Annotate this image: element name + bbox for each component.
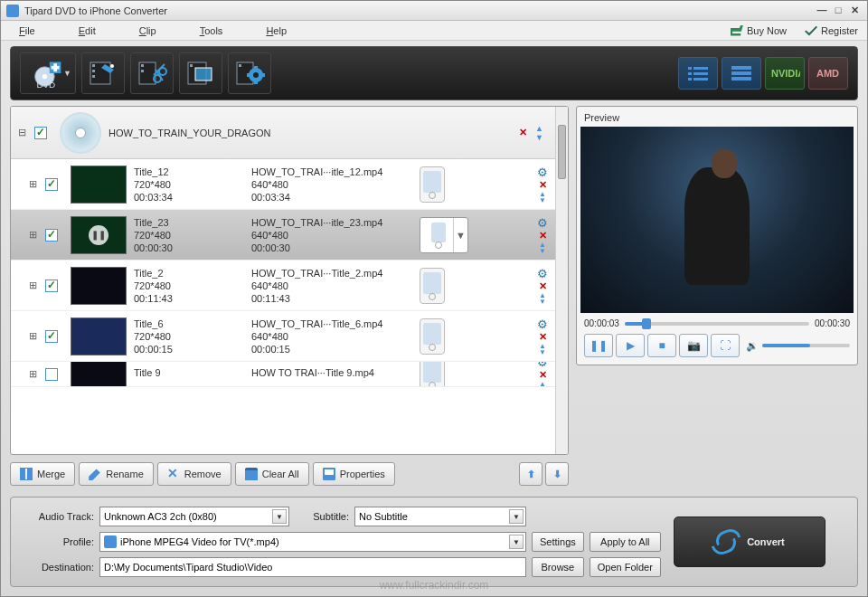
clear-all-label: Clear All xyxy=(262,469,299,479)
load-dvd-button[interactable]: DVD ▼ xyxy=(20,52,76,94)
play-button[interactable]: ▶ xyxy=(616,334,645,357)
open-folder-button[interactable]: Open Folder xyxy=(590,557,661,577)
menubar: File Edit Clip Tools Help Buy Now Regist… xyxy=(1,21,867,41)
pause-button[interactable]: ❚❚ xyxy=(584,334,613,357)
bottom-bar: Audio Track: Unknown AC3 2ch (0x80)▼ Sub… xyxy=(10,497,858,587)
profile-settings-button[interactable]: Settings xyxy=(532,532,584,552)
time-duration: 00:00:30 xyxy=(815,318,850,328)
menu-tools[interactable]: Tools xyxy=(200,25,223,36)
remove-row-icon[interactable]: ✕ xyxy=(539,179,547,191)
title-row[interactable]: ⊞ Title_6 720*480 00:00:15 HOW_TO_TRAI··… xyxy=(11,311,555,362)
convert-icon xyxy=(714,530,738,554)
arrow-up-icon[interactable]: ▲ xyxy=(535,124,548,133)
arrow-down-icon[interactable]: ▼ xyxy=(539,248,546,254)
rename-button[interactable]: Rename xyxy=(79,462,154,486)
expand-icon[interactable]: ⊞ xyxy=(29,280,40,291)
expand-icon[interactable]: ⊞ xyxy=(29,368,40,380)
gear-icon[interactable]: ⚙ xyxy=(537,216,548,230)
chevron-down-icon[interactable]: ▼ xyxy=(272,509,287,524)
expand-icon[interactable]: ⊞ xyxy=(29,330,40,342)
title-checkbox[interactable] xyxy=(45,178,58,191)
remove-row-icon[interactable]: ✕ xyxy=(539,331,547,343)
title-checkbox[interactable] xyxy=(45,229,58,242)
remove-button[interactable]: ✕Remove xyxy=(157,462,231,486)
crop-button[interactable] xyxy=(179,52,222,94)
snapshot-button[interactable]: 📷 xyxy=(679,334,708,357)
disc-row[interactable]: ⊟ HOW_TO_TRAIN_YOUR_DRAGON ✕ ▲▼ xyxy=(11,107,555,159)
profile-combo[interactable]: iPhone MPEG4 Video for TV(*.mp4)▼ xyxy=(99,532,526,552)
stop-button[interactable]: ■ xyxy=(647,334,676,357)
arrow-down-icon[interactable]: ▼ xyxy=(539,298,546,305)
expand-icon[interactable]: ⊞ xyxy=(29,178,40,190)
trim-button[interactable] xyxy=(130,52,174,94)
chevron-down-icon[interactable]: ▼ xyxy=(453,218,467,252)
gear-icon[interactable]: ⚙ xyxy=(537,166,548,179)
subtitle-combo[interactable]: No Subtitle▼ xyxy=(354,507,526,526)
destination-field[interactable]: D:\My Documents\Tipard Studio\Video xyxy=(99,557,526,577)
maximize-button[interactable]: □ xyxy=(831,5,845,17)
seek-slider[interactable] xyxy=(625,322,809,326)
effect-button[interactable] xyxy=(81,52,125,94)
clear-all-button[interactable]: Clear All xyxy=(235,462,309,486)
title-row[interactable]: ⊞ ❚❚ Title_23 720*480 00:00:30 HOW_TO_TR… xyxy=(11,210,555,261)
register-label: Register xyxy=(821,25,858,36)
preview-video[interactable] xyxy=(580,127,854,313)
properties-icon xyxy=(323,468,335,480)
title-name: Title 9 xyxy=(134,367,251,378)
volume-slider[interactable] xyxy=(762,344,850,347)
move-down-button[interactable]: ⬇ xyxy=(545,462,569,486)
remove-row-icon[interactable]: ✕ xyxy=(539,369,547,381)
menu-file[interactable]: File xyxy=(19,25,35,36)
gear-icon[interactable]: ⚙ xyxy=(537,362,548,369)
gear-icon[interactable]: ⚙ xyxy=(537,267,548,280)
remove-disc-icon[interactable]: ✕ xyxy=(519,127,532,138)
view-list-button[interactable] xyxy=(678,57,718,90)
svg-point-1 xyxy=(42,74,47,79)
settings-button[interactable] xyxy=(228,52,271,94)
arrow-down-icon[interactable]: ▼ xyxy=(539,197,546,204)
register-link[interactable]: Register xyxy=(805,25,858,36)
buy-now-link[interactable]: Buy Now xyxy=(731,25,787,36)
fullscreen-button[interactable]: ⛶ xyxy=(711,334,740,357)
audio-track-combo[interactable]: Unknown AC3 2ch (0x80)▼ xyxy=(99,507,289,526)
close-button[interactable]: ✕ xyxy=(847,5,862,17)
browse-button[interactable]: Browse xyxy=(532,557,584,577)
scroll-thumb[interactable] xyxy=(558,125,566,179)
device-combo[interactable]: ▼ xyxy=(420,217,468,253)
expand-icon[interactable]: ⊞ xyxy=(29,229,40,241)
arrow-down-icon[interactable]: ▼ xyxy=(539,387,546,388)
collapse-icon[interactable]: ⊟ xyxy=(18,127,29,138)
minimize-button[interactable]: — xyxy=(815,5,829,17)
move-up-button[interactable]: ⬆ xyxy=(519,462,542,486)
menu-edit[interactable]: Edit xyxy=(79,25,96,36)
scrollbar[interactable] xyxy=(555,107,568,454)
title-checkbox[interactable] xyxy=(45,280,58,292)
title-row[interactable]: ⊞ Title 9 HOW TO TRAI···Title 9.mp4 ⚙ ✕ … xyxy=(11,362,555,387)
chevron-down-icon[interactable]: ▼ xyxy=(509,509,524,524)
convert-button[interactable]: Convert xyxy=(674,516,826,567)
chevron-down-icon[interactable]: ▼ xyxy=(509,535,524,549)
play-overlay-icon: ❚❚ xyxy=(89,225,108,245)
view-detail-button[interactable] xyxy=(722,57,761,90)
remove-row-icon[interactable]: ✕ xyxy=(539,230,547,242)
title-row[interactable]: ⊞ Title_12 720*480 00:03:34 HOW_TO_TRAI·… xyxy=(11,159,555,210)
svg-rect-21 xyxy=(239,64,241,67)
remove-row-icon[interactable]: ✕ xyxy=(539,280,547,292)
volume-icon[interactable]: 🔉 xyxy=(746,340,759,352)
apply-to-all-button[interactable]: Apply to All xyxy=(590,532,661,552)
merge-button[interactable]: Merge xyxy=(10,462,75,486)
menu-help[interactable]: Help xyxy=(266,25,287,36)
arrow-down-icon[interactable]: ▼ xyxy=(539,349,546,355)
audio-track-label: Audio Track: xyxy=(22,511,94,522)
menu-clip[interactable]: Clip xyxy=(139,25,156,36)
arrow-down-icon[interactable]: ▼ xyxy=(535,133,548,142)
amd-badge: AMD xyxy=(808,57,848,90)
disc-checkbox[interactable] xyxy=(34,127,47,139)
properties-button[interactable]: Properties xyxy=(313,462,395,486)
gear-icon[interactable]: ⚙ xyxy=(537,317,548,331)
title-row[interactable]: ⊞ Title_2 720*480 00:11:43 HOW_TO_TRAI··… xyxy=(11,261,555,311)
profile-label: Profile: xyxy=(22,536,94,547)
title-checkbox[interactable] xyxy=(45,330,58,343)
title-checkbox[interactable] xyxy=(45,368,58,381)
output-info: HOW TO TRAI···Title 9.mp4 xyxy=(251,367,414,382)
